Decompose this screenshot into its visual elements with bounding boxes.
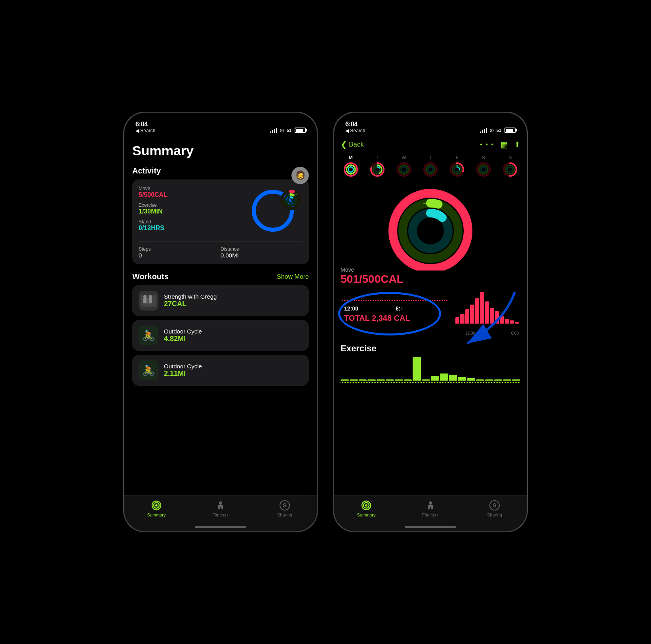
battery-num-1: 51	[287, 128, 291, 133]
tab-fitness-2[interactable]: Fitness+	[398, 500, 463, 517]
calendar-icon[interactable]: ▦	[501, 140, 508, 149]
ex-bar-6	[395, 379, 403, 381]
move-label: Move	[139, 186, 247, 191]
day-ring-S2	[503, 162, 518, 177]
avatar-1[interactable]: 🧔	[291, 167, 309, 184]
tab-label-sharing-2: Sharing	[487, 513, 502, 517]
ex-bar-16	[485, 379, 493, 381]
bar-3	[470, 305, 474, 324]
nav-icons: • • • ▦ ⬆	[480, 140, 520, 149]
back-search-2[interactable]: ◀ Search	[345, 128, 365, 133]
signal-bar-4	[276, 128, 277, 133]
move-bar-chart	[455, 292, 519, 324]
exercise-dotted-line	[341, 382, 520, 383]
tab-summary-2[interactable]: Summary	[334, 500, 398, 517]
ex-bar-5	[386, 379, 394, 381]
workout-value-2: 2.11MI	[164, 370, 303, 378]
ex-bar-12	[449, 375, 457, 381]
activity-card: Move 5/500CAL Exercise 1/30MIN Stand 0/1…	[132, 179, 309, 264]
svg-point-17	[149, 295, 152, 298]
ex-bar-13	[458, 377, 466, 381]
phone1-content: Summary 🧔 Activity Move 5/500CAL Exercis…	[124, 137, 317, 531]
svg-point-20	[155, 504, 158, 507]
stand-value: 0/12HRS	[139, 225, 247, 232]
workouts-section-title: Workouts	[132, 272, 169, 281]
exercise-label: Exercise	[139, 202, 247, 208]
move-value-2: 501/500CAL	[341, 273, 520, 286]
workout-icon-strength	[139, 291, 158, 311]
sharing-tab-icon-1: S	[279, 500, 290, 511]
workout-name-2: Outdoor Cycle	[164, 363, 303, 370]
dots-icon: • • •	[480, 141, 494, 148]
show-more-button[interactable]: Show More	[277, 273, 309, 280]
day-cell-0[interactable]: M	[338, 155, 363, 177]
fitness-tab-icon-1	[215, 500, 226, 511]
svg-text:→: →	[425, 189, 432, 197]
day-label-F: F	[455, 155, 458, 160]
workout-item-1[interactable]: 🚴 Outdoor Cycle 4.82MI	[132, 320, 309, 351]
phone2-content: ❮ Back • • • ▦ ⬆ M	[334, 137, 527, 531]
svg-text:→→: →→	[422, 200, 435, 206]
bar-0	[455, 317, 459, 324]
summary-tab-icon-2	[361, 500, 372, 511]
day-cell-6[interactable]: S	[498, 155, 523, 177]
tab-sharing-2[interactable]: S Sharing	[463, 500, 527, 517]
ex-bar-17	[494, 379, 503, 381]
distance-value: 0.00MI	[221, 252, 303, 259]
tab-summary-1[interactable]: Summary	[124, 500, 188, 517]
status-time-2: 6:04	[345, 121, 358, 128]
day-cell-2[interactable]: W	[391, 155, 416, 177]
back-chevron-icon: ❮	[341, 140, 347, 149]
move-stat: Move 5/500CAL	[139, 186, 247, 198]
workout-item-0[interactable]: Strength with Gregg 27CAL	[132, 285, 309, 316]
back-search-1[interactable]: ◀ Search	[135, 128, 155, 133]
bar-2	[465, 309, 469, 324]
status-time-1: 6:04	[135, 121, 148, 128]
exercise-section: Exercise	[334, 343, 527, 383]
cycle-icon-1: 🚴	[142, 330, 155, 342]
workout-name-1: Outdoor Cycle	[164, 328, 303, 335]
day-cell-4[interactable]: F	[445, 155, 470, 177]
signal-bar-2-1	[480, 131, 481, 133]
svg-text:↑: ↑	[290, 195, 292, 199]
back-button[interactable]: ❮ Back	[341, 140, 364, 149]
battery-fill-2	[506, 129, 513, 132]
workout-header: Workouts Show More	[132, 272, 309, 281]
svg-point-52	[481, 167, 486, 172]
workout-item-2[interactable]: 🚴 Outdoor Cycle 2.11MI	[132, 355, 309, 386]
dynamic-island-2	[407, 118, 454, 132]
ex-bar-0	[341, 379, 349, 381]
big-activity-rings: → →→ ↑	[334, 183, 527, 271]
sharing-tab-icon-2: S	[489, 500, 500, 511]
status-icons-2: ⊛ 51	[480, 127, 516, 133]
signal-bar-2	[272, 130, 273, 133]
svg-text:↑: ↑	[427, 210, 430, 216]
day-label-W: W	[402, 155, 406, 160]
tab-fitness-1[interactable]: Fitness+	[188, 500, 253, 517]
distance-col: Distance 0.00MI	[221, 246, 303, 259]
svg-point-41	[428, 167, 433, 172]
share-icon[interactable]: ⬆	[514, 140, 520, 149]
svg-text:S: S	[283, 502, 286, 509]
status-icons-1: ⊛ 51	[270, 127, 306, 133]
workout-icon-cycle-2: 🚴	[139, 360, 158, 380]
tab-label-sharing-1: Sharing	[277, 513, 292, 517]
day-cell-5[interactable]: S	[471, 155, 496, 177]
workout-info-1: Outdoor Cycle 4.82MI	[164, 328, 303, 343]
wifi-icon-1: ⊛	[280, 127, 284, 133]
battery-num-2: 51	[497, 128, 501, 133]
back-nav: ❮ Back • • • ▦ ⬆	[334, 137, 527, 152]
bar-10	[505, 319, 509, 324]
ex-bar-3	[367, 379, 376, 381]
bar-6	[485, 301, 489, 324]
tab-sharing-1[interactable]: S Sharing	[253, 500, 317, 517]
ex-bar-19	[512, 379, 520, 381]
activity-rings-1: → →→ ↑	[251, 185, 303, 236]
day-ring-F	[449, 162, 464, 177]
home-indicator-2	[405, 526, 456, 528]
day-cell-1[interactable]: T	[365, 155, 390, 177]
day-cell-3[interactable]: T	[418, 155, 443, 177]
bar-9	[500, 316, 504, 324]
dynamic-island-1	[197, 118, 244, 132]
chart-time-2: 6:00	[511, 331, 519, 335]
